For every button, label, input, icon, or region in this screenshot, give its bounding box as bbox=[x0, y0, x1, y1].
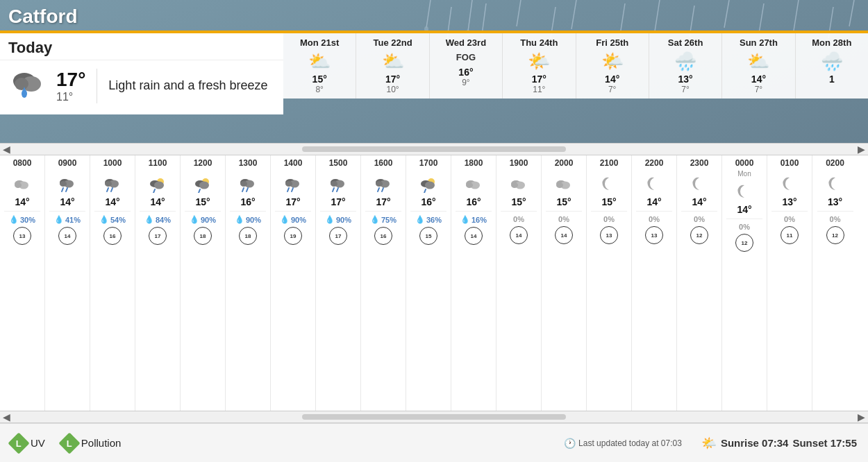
svg-point-28 bbox=[60, 181, 67, 187]
hour-divider bbox=[771, 211, 807, 212]
forecast-day-0[interactable]: Mon 21st⛅15°8° bbox=[283, 33, 356, 99]
rain-percent: 30% bbox=[20, 216, 35, 224]
hourly-col-8: 1600 17°💧75%16 bbox=[361, 155, 406, 412]
hourly-col-14: 2200 14°0%13 bbox=[632, 155, 677, 412]
rain-percent: 0% bbox=[558, 215, 569, 223]
rain-indicator: 💧84% bbox=[144, 215, 171, 224]
today-content: 17° 11° Light rain and a fresh breeze bbox=[0, 60, 283, 114]
hourly-col-16: 0000Mon 14°0%12 bbox=[722, 155, 767, 412]
rain-percent: 75% bbox=[381, 216, 397, 224]
svg-point-25 bbox=[15, 182, 22, 188]
forecast-day-name: Mon 21st bbox=[286, 37, 353, 48]
svg-point-73 bbox=[511, 182, 518, 188]
forecast-day-icon: ⛅ bbox=[286, 51, 353, 72]
rain-percent: 90% bbox=[291, 216, 306, 224]
forecast-low: 10° bbox=[359, 85, 426, 94]
hour-weather-icon bbox=[374, 174, 393, 194]
forecast-day-name: Fri 25th bbox=[579, 37, 646, 48]
hour-label: 0200 bbox=[812, 155, 858, 169]
hour-divider bbox=[501, 211, 536, 212]
hour-temp: 17° bbox=[285, 196, 300, 207]
hour-label: 0800 bbox=[0, 155, 44, 169]
forecast-high: 1 bbox=[799, 74, 865, 85]
svg-point-66 bbox=[425, 182, 435, 189]
hour-temp: 14° bbox=[737, 204, 751, 215]
hour-weather-icon bbox=[238, 174, 258, 194]
forecast-low: 9° bbox=[433, 78, 499, 87]
city-name: Catford bbox=[8, 6, 78, 28]
forecast-day-1[interactable]: Tue 22nd⛅17°10° bbox=[356, 33, 429, 99]
hour-divider bbox=[681, 211, 717, 212]
rain-indicator: 💧36% bbox=[415, 215, 442, 224]
scroll-left-arrow-bottom[interactable]: ◀ bbox=[3, 411, 10, 422]
forecast-day-4[interactable]: Fri 25th🌤️14°7° bbox=[576, 33, 649, 99]
forecast-day-icon: ⛅ bbox=[725, 51, 792, 72]
uv-badge: L UV bbox=[11, 436, 45, 451]
hourly-col-9: 1700 16°💧36%15 bbox=[406, 155, 451, 412]
hour-weather-icon bbox=[827, 174, 844, 194]
hour-divider bbox=[546, 211, 581, 212]
forecast-day-6[interactable]: Sun 27th⛅14°7° bbox=[722, 33, 795, 99]
hour-temp: 14° bbox=[60, 196, 74, 207]
hour-label: 1100 bbox=[135, 155, 180, 169]
svg-line-62 bbox=[378, 188, 379, 191]
rain-percent: 90% bbox=[336, 216, 351, 224]
hour-temp: 16° bbox=[466, 196, 481, 207]
hour-temp: 17° bbox=[331, 196, 345, 207]
rain-percent: 41% bbox=[65, 216, 81, 224]
today-low-temp: 11° bbox=[56, 91, 85, 103]
hourly-section[interactable]: 0800 14°💧30%130900 14°💧41%141000 14°💧54%… bbox=[0, 155, 868, 412]
forecast-day-icon: ⛅ bbox=[359, 51, 426, 72]
today-high-temp: 17° bbox=[56, 69, 85, 91]
hour-weather-icon bbox=[58, 174, 77, 194]
rain-indicator: 0% bbox=[603, 215, 615, 223]
hour-weather-icon bbox=[328, 174, 348, 194]
rain-indicator: 💧90% bbox=[325, 215, 351, 224]
rain-percent: 90% bbox=[246, 216, 261, 224]
rain-indicator: 💧16% bbox=[460, 215, 487, 224]
forecast-day-7[interactable]: Mon 28th🌧️1 bbox=[796, 33, 868, 99]
scroll-right-arrow-bottom[interactable]: ▶ bbox=[858, 411, 865, 422]
rain-percent: 54% bbox=[110, 216, 126, 224]
rain-indicator: 💧75% bbox=[370, 215, 397, 224]
rain-indicator: 0% bbox=[784, 215, 795, 223]
page-container: Catford Today 17° 11° Light rain and a f… bbox=[0, 0, 868, 462]
hour-temp: 15° bbox=[195, 196, 210, 207]
forecast-low: 7° bbox=[579, 85, 646, 94]
today-temps: 17° 11° bbox=[56, 69, 97, 103]
hour-temp: 14° bbox=[105, 196, 119, 207]
scroll-area-bottom[interactable]: ◀ ▶ bbox=[0, 411, 868, 423]
forecast-day-3[interactable]: Thu 24th🌤️17°11° bbox=[503, 33, 576, 99]
rain-indicator: 0% bbox=[513, 215, 524, 223]
forecast-day-name: Mon 28th bbox=[799, 37, 865, 48]
scroll-bar-bottom[interactable] bbox=[302, 414, 566, 420]
hourly-col-1: 0900 14°💧41%14 bbox=[45, 155, 90, 412]
forecast-low: 7° bbox=[725, 85, 792, 94]
hour-divider bbox=[365, 211, 401, 212]
forecast-high: 14° bbox=[579, 74, 646, 85]
hourly-col-7: 1500 17°💧90%17 bbox=[316, 155, 361, 412]
rain-indicator: 💧41% bbox=[54, 215, 81, 224]
forecast-day-5[interactable]: Sat 26th🌧️13°7° bbox=[649, 33, 722, 99]
scroll-left-arrow[interactable]: ◀ bbox=[3, 144, 10, 155]
scroll-right-arrow[interactable]: ▶ bbox=[858, 144, 865, 155]
scroll-area-top[interactable]: ◀ ▶ bbox=[0, 143, 868, 155]
pollution-diamond: L bbox=[58, 432, 80, 454]
wind-circle: 17 bbox=[149, 227, 167, 245]
svg-line-63 bbox=[382, 188, 383, 191]
pollution-badge: L Pollution bbox=[62, 436, 122, 451]
scroll-bar-top[interactable] bbox=[302, 146, 566, 152]
rain-percent: 0% bbox=[649, 215, 660, 223]
hour-weather-icon bbox=[554, 174, 574, 194]
hour-weather-icon bbox=[691, 174, 708, 194]
rain-percent: 0% bbox=[694, 215, 705, 223]
hour-divider bbox=[456, 211, 491, 212]
svg-line-43 bbox=[199, 189, 200, 193]
hour-divider bbox=[726, 219, 762, 219]
forecast-day-2[interactable]: Wed 23rdFOG16°9° bbox=[430, 33, 503, 99]
forecast-day-name: Wed 23rd bbox=[433, 37, 499, 48]
rain-percent: 36% bbox=[426, 216, 442, 224]
hour-divider bbox=[185, 211, 220, 212]
hour-weather-icon bbox=[283, 174, 303, 194]
hourly-table: 0800 14°💧30%130900 14°💧41%141000 14°💧54%… bbox=[0, 155, 868, 412]
